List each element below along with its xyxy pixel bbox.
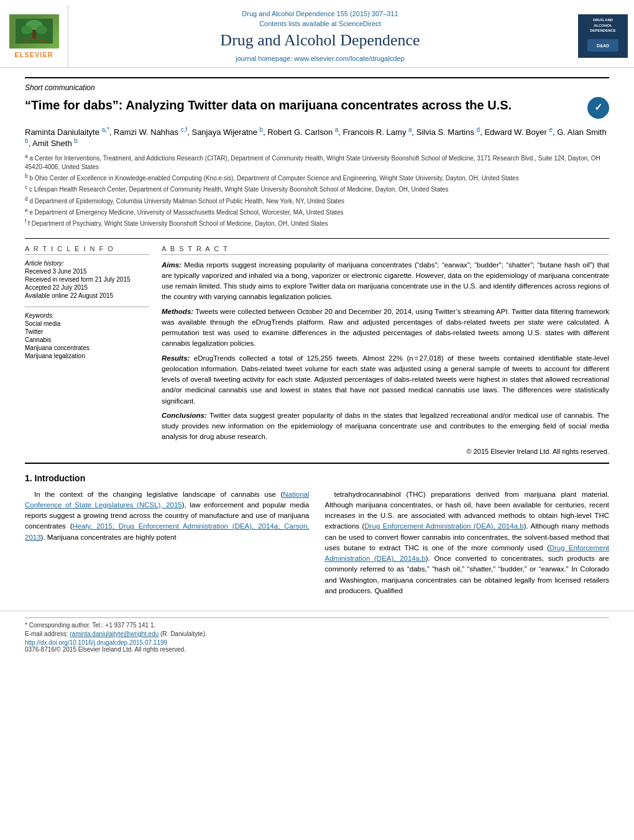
article-info-column: A R T I C L E I N F O Article history: R… (25, 245, 149, 455)
email-link[interactable]: raminta.daniulaityte@wright.edu (70, 630, 158, 637)
received-date: Received 3 June 2015 (25, 268, 149, 275)
elsevier-tree-icon (16, 19, 53, 44)
elsevier-logo: ELSEVIER (0, 5, 68, 67)
doi-line[interactable]: http://dx.doi.org/10.1016/j.drugalcdep.2… (25, 639, 609, 646)
keyword-3: Cannabis (25, 336, 149, 343)
intro-col2-text: tetrahydrocannabinol (THC) preparations … (325, 489, 610, 597)
history-label: Article history: (25, 260, 64, 267)
abstract-aims: Aims: Media reports suggest increasing p… (162, 260, 609, 303)
journal-homepage: journal homepage: www.elsevier.com/locat… (236, 55, 405, 62)
footnote-email: E-mail address: raminta.daniulaityte@wri… (25, 630, 609, 637)
aims-text: Media reports suggest increasing popular… (162, 261, 609, 301)
abstract-conclusions: Conclusions: Twitter data suggest greate… (162, 410, 609, 443)
section-number: 1. (25, 473, 32, 483)
results-label: Results: (162, 354, 190, 362)
footnote-star: * Corresponding author. Tel.: +1 937 775… (25, 622, 609, 629)
methods-text: Tweets were collected between October 20… (162, 308, 609, 348)
svg-point-3 (21, 25, 32, 34)
elsevier-logo-box (9, 14, 59, 48)
keywords-section: Keywords: Social media Twitter Cannabis … (25, 312, 149, 359)
logo-graphic: D&AD (584, 36, 622, 55)
body-col-left: In the context of the changing legislati… (25, 489, 310, 602)
conclusions-text: Twitter data suggest greater popularity … (162, 412, 609, 441)
abstract-column: A B S T R A C T Aims: Media reports sugg… (162, 245, 609, 455)
info-abstract-columns: A R T I C L E I N F O Article history: R… (25, 238, 609, 455)
authors-names: Raminta Daniulaityte a,*, Ramzi W. Nahha… (25, 127, 607, 147)
section-divider (25, 463, 609, 464)
journal-logo-right: DRUG ANDALCOHOLDEPENDENCE D&AD (572, 5, 634, 67)
logo-title-text: DRUG ANDALCOHOLDEPENDENCE (590, 17, 616, 33)
journal-logo-image: DRUG ANDALCOHOLDEPENDENCE D&AD (578, 14, 628, 58)
article-type: Short communication (25, 77, 609, 92)
journal-title-area: Drug and Alcohol Dependence 155 (2015) 3… (68, 5, 572, 67)
conclusions-label: Conclusions: (162, 412, 207, 419)
section-title: Introduction (35, 473, 86, 483)
homepage-label: journal homepage: (236, 55, 292, 62)
journal-name: Drug and Alcohol Dependence (220, 31, 420, 50)
affiliation-e: e e Department of Emergency Medicine, Un… (25, 207, 609, 217)
body-columns: In the context of the changing legislati… (25, 489, 609, 602)
article-history: Article history: Received 3 June 2015 Re… (25, 260, 149, 299)
ncsl-link[interactable]: National Conference of State Legislature… (25, 491, 310, 509)
dea-link-1[interactable]: Drug Enforcement Administration (DEA), 2… (364, 522, 523, 530)
affiliation-a: a a Center for Interventions, Treatment,… (25, 153, 609, 172)
affiliations: a a Center for Interventions, Treatment,… (25, 153, 609, 229)
article-title-container: “Time for dabs”: Analyzing Twitter data … (25, 97, 609, 119)
affiliation-c: c c Lifespan Health Research Center, Dep… (25, 184, 609, 194)
abstract-results: Results: eDrugTrends collected a total o… (162, 353, 609, 407)
contents-text: Contents lists available at (259, 20, 337, 27)
abstract-label: A B S T R A C T (162, 245, 609, 255)
abstract-text: Aims: Media reports suggest increasing p… (162, 260, 609, 443)
dea-link-2[interactable]: Drug Enforcement Administration (DEA), 2… (325, 544, 610, 562)
journal-header: ELSEVIER Drug and Alcohol Dependence 155… (0, 0, 634, 68)
elsevier-label: ELSEVIER (14, 51, 53, 58)
healy-link[interactable]: Healy, 2015; Drug Enforcement Administra… (25, 522, 310, 540)
affiliation-b: b b Ohio Center of Excellence in Knowled… (25, 173, 609, 183)
crossmark-icon[interactable]: ✓ (587, 97, 609, 119)
intro-col1-text: In the context of the changing legislati… (25, 489, 310, 543)
divider-line (25, 307, 149, 307)
article-content: Short communication “Time for dabs”: Ana… (0, 68, 634, 611)
revised-date: Received in revised form 21 July 2015 (25, 276, 149, 283)
issn-line: 0376-8716/© 2015 Elsevier Ireland Ltd. A… (25, 646, 609, 653)
aims-label: Aims: (162, 261, 181, 269)
affiliation-d: d d Department of Epidemiology, Columbia… (25, 196, 609, 206)
article-info-label: A R T I C L E I N F O (25, 245, 149, 255)
available-date: Available online 22 August 2015 (25, 292, 149, 299)
methods-label: Methods: (162, 308, 193, 315)
keyword-1: Social media (25, 320, 149, 327)
contents-line: Contents lists available at ScienceDirec… (259, 20, 381, 27)
results-text: eDrugTrends collected a total of 125,255… (162, 354, 609, 405)
homepage-url[interactable]: www.elsevier.com/locate/drugalcdep (294, 55, 404, 62)
authors-line: Raminta Daniulaityte a,*, Ramzi W. Nahha… (25, 126, 609, 148)
keyword-4: Marijuana concentrates (25, 344, 149, 351)
sciencedirect-link[interactable]: ScienceDirect (339, 20, 381, 27)
keyword-2: Twitter (25, 328, 149, 335)
article-title-text: “Time for dabs”: Analyzing Twitter data … (25, 97, 587, 113)
svg-rect-2 (32, 30, 36, 39)
affiliation-f: f f Department of Psychiatry, Wright Sta… (25, 218, 609, 228)
keyword-5: Marijuana legalization (25, 353, 149, 359)
keywords-label: Keywords: (25, 312, 54, 319)
accepted-date: Accepted 22 July 2015 (25, 284, 149, 291)
introduction-section: 1. Introduction In the context of the ch… (25, 473, 609, 602)
abstract-methods: Methods: Tweets were collected between O… (162, 307, 609, 349)
body-col-right: tetrahydrocannabinol (THC) preparations … (325, 489, 610, 602)
page-footer: * Corresponding author. Tel.: +1 937 775… (0, 611, 634, 661)
footer-divider (25, 617, 609, 618)
svg-point-4 (36, 25, 47, 34)
introduction-heading: 1. Introduction (25, 473, 609, 483)
intro-para-1: In the context of the changing legislati… (25, 489, 310, 543)
svg-text:D&AD: D&AD (597, 44, 609, 48)
intro-para-2: tetrahydrocannabinol (THC) preparations … (325, 489, 610, 597)
journal-doi: Drug and Alcohol Dependence 155 (2015) 3… (242, 10, 398, 17)
abstract-copyright: © 2015 Elsevier Ireland Ltd. All rights … (162, 448, 609, 455)
page: ELSEVIER Drug and Alcohol Dependence 155… (0, 0, 634, 661)
